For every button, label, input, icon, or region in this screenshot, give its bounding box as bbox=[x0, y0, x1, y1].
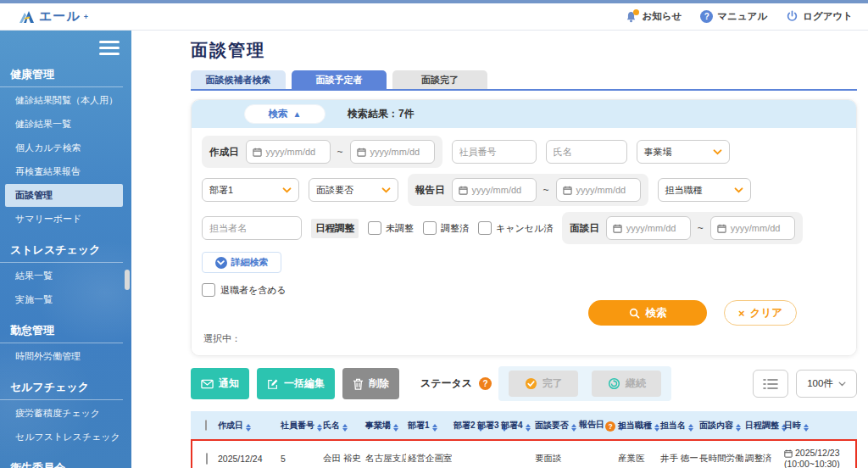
sidebar-item-jikangai[interactable]: 時間外労働管理 bbox=[5, 345, 123, 368]
column-header-dept1[interactable]: 部署1 bbox=[406, 411, 452, 439]
role-select[interactable]: 担当職種 bbox=[658, 178, 751, 202]
need-select[interactable]: 面談要否 bbox=[309, 178, 398, 202]
interview-date-from-input[interactable]: yyyy/mm/dd bbox=[606, 216, 691, 240]
manual-button[interactable]: ? マニュアル bbox=[700, 10, 767, 23]
delete-button[interactable]: 削除 bbox=[342, 368, 399, 399]
sidebar-item-self-stress[interactable]: セルフストレスチェック bbox=[5, 426, 123, 448]
chevron-down-icon bbox=[838, 382, 846, 387]
column-header-role[interactable]: 担当職種 bbox=[616, 411, 659, 439]
status-complete-label: 完了 bbox=[542, 376, 563, 391]
sidebar-item-jisshi-ichiran[interactable]: 実施一覧 bbox=[5, 288, 123, 311]
status-complete-button[interactable]: 完了 bbox=[509, 370, 578, 397]
sidebar-section-selfcheck: セルフチェック 疲労蓄積度チェック セルフストレスチェック bbox=[0, 375, 131, 448]
sort-icon bbox=[526, 424, 531, 432]
cell-need: 要面談 bbox=[533, 439, 577, 468]
logout-button[interactable]: ログアウト bbox=[786, 9, 853, 25]
checkbox-adjusted[interactable] bbox=[423, 221, 437, 235]
notifications-button[interactable]: お知らせ bbox=[625, 10, 682, 24]
sidebar-item-kenshin-etsuran[interactable]: 健診結果閲覧（本人用） bbox=[5, 89, 123, 112]
triangle-up-icon: ▲ bbox=[293, 109, 302, 119]
calendar-icon bbox=[459, 186, 468, 195]
column-header-dept3[interactable]: 部署3 bbox=[476, 411, 499, 439]
dept1-select[interactable]: 部署1 bbox=[202, 178, 299, 202]
per-page-select[interactable]: 100件 bbox=[796, 370, 857, 398]
checkbox-unadjusted[interactable] bbox=[368, 221, 381, 235]
sidebar-scrollbar[interactable] bbox=[125, 270, 130, 290]
chevron-down-icon bbox=[381, 187, 391, 193]
interview-date-to-input[interactable]: yyyy/mm/dd bbox=[710, 216, 795, 240]
checkbox-cancelled[interactable] bbox=[478, 221, 492, 235]
column-header-schedule[interactable]: 日程調整 bbox=[743, 411, 782, 439]
column-header-datetime[interactable]: 日時 bbox=[782, 411, 857, 439]
date-placeholder: yyyy/mm/dd bbox=[731, 223, 781, 233]
row-checkbox[interactable] bbox=[206, 453, 208, 465]
date-placeholder: yyyy/mm/dd bbox=[626, 223, 676, 233]
column-header-staff[interactable]: 担当名 bbox=[659, 411, 698, 439]
chevron-down-circle-icon bbox=[215, 257, 227, 269]
list-view-button[interactable] bbox=[753, 370, 788, 398]
sidebar-item-karte-search[interactable]: 個人カルテ検索 bbox=[5, 136, 123, 159]
column-header-report[interactable]: 報告日? bbox=[577, 411, 616, 439]
clear-button[interactable]: × クリア bbox=[724, 300, 797, 326]
select-all-checkbox[interactable] bbox=[205, 420, 207, 431]
sidebar-section-title: ストレスチェック bbox=[0, 237, 123, 263]
cell-role: 産業医 bbox=[616, 439, 659, 468]
date-placeholder: yyyy/mm/dd bbox=[370, 147, 420, 157]
bulk-edit-button[interactable]: 一括編集 bbox=[257, 368, 335, 399]
status-continue-button[interactable]: 継続 bbox=[592, 370, 661, 397]
continue-circle-icon bbox=[608, 377, 620, 390]
sort-icon bbox=[654, 424, 659, 432]
tab-scheduled[interactable]: 面談予定者 bbox=[292, 70, 387, 89]
sidebar-item-kekka-ichiran[interactable]: 結果一覧 bbox=[5, 265, 123, 287]
search-icon bbox=[629, 308, 640, 319]
sort-icon bbox=[432, 424, 437, 432]
schedule-option-unadjusted: 未調整 bbox=[368, 221, 414, 235]
sort-icon bbox=[571, 424, 576, 432]
detail-search-button[interactable]: 詳細検索 bbox=[202, 252, 281, 273]
sidebar-item-saikensa[interactable]: 再検査結果報告 bbox=[5, 160, 123, 183]
column-header-empno[interactable]: 社員番号 bbox=[279, 411, 321, 439]
highlighted-row[interactable]: 2025/12/24 5 会田 裕史 名古屋支店 経営企画室 要面談 産業医 井… bbox=[191, 439, 857, 468]
tab-completed[interactable]: 面談完了 bbox=[392, 70, 487, 89]
checkbox-label: 未調整 bbox=[386, 222, 414, 235]
help-icon[interactable]: ? bbox=[479, 377, 492, 390]
range-tilde: ~ bbox=[543, 184, 549, 196]
notification-dot bbox=[633, 9, 639, 15]
tab-candidate-search[interactable]: 面談候補者検索 bbox=[191, 70, 286, 89]
notify-button[interactable]: 通知 bbox=[191, 368, 249, 399]
column-header-name[interactable]: 氏名 bbox=[321, 411, 364, 439]
sidebar: 健康管理 健診結果閲覧（本人用） 健診結果一覧 個人カルテ検索 再検査結果報告 … bbox=[0, 31, 131, 468]
role-select-value: 担当職種 bbox=[665, 184, 703, 197]
search-button[interactable]: 検索 bbox=[588, 300, 707, 326]
sidebar-item-summary-board[interactable]: サマリーボード bbox=[5, 208, 123, 231]
cell-time: (10:00~10:30) bbox=[784, 459, 840, 468]
employee-number-input[interactable] bbox=[452, 140, 537, 164]
column-header-dept4[interactable]: 部署4 bbox=[499, 411, 533, 439]
office-select[interactable]: 事業場 bbox=[637, 140, 730, 164]
sidebar-item-hiro-chikuseki[interactable]: 疲労蓄積度チェック bbox=[5, 402, 123, 425]
column-header-dept2[interactable]: 部署2 bbox=[452, 411, 476, 439]
report-date-from-input[interactable]: yyyy/mm/dd bbox=[452, 178, 537, 202]
sort-icon bbox=[804, 424, 809, 432]
report-date-to-input[interactable]: yyyy/mm/dd bbox=[556, 178, 641, 202]
bulk-edit-label: 一括編集 bbox=[284, 376, 325, 391]
status-label: ステータス bbox=[420, 376, 472, 391]
clear-x-icon: × bbox=[738, 307, 745, 320]
frame: 健康管理 健診結果閲覧（本人用） 健診結果一覧 個人カルテ検索 再検査結果報告 … bbox=[0, 31, 868, 468]
date-placeholder: yyyy/mm/dd bbox=[576, 185, 626, 195]
sidebar-item-kenshin-ichiran[interactable]: 健診結果一覧 bbox=[5, 113, 123, 136]
menu-icon[interactable] bbox=[99, 41, 120, 55]
column-header-created[interactable]: 作成日 bbox=[216, 411, 279, 439]
staff-name-input[interactable] bbox=[202, 216, 302, 240]
name-input[interactable] bbox=[546, 140, 627, 164]
search-collapse-button[interactable]: 検索 ▲ bbox=[244, 104, 326, 124]
created-date-from-input[interactable]: yyyy/mm/dd bbox=[246, 140, 331, 164]
column-header-office[interactable]: 事業場 bbox=[364, 411, 406, 439]
created-date-to-input[interactable]: yyyy/mm/dd bbox=[350, 140, 435, 164]
cell-dept1: 経営企画室 bbox=[406, 439, 452, 468]
column-header-content[interactable]: 面談内容 bbox=[698, 411, 743, 439]
sidebar-item-mendan-kanri[interactable]: 面談管理 bbox=[5, 184, 123, 207]
checkbox-include-retired[interactable] bbox=[202, 283, 215, 297]
envelope-icon bbox=[201, 379, 214, 389]
column-header-need[interactable]: 面談要否 bbox=[533, 411, 577, 439]
